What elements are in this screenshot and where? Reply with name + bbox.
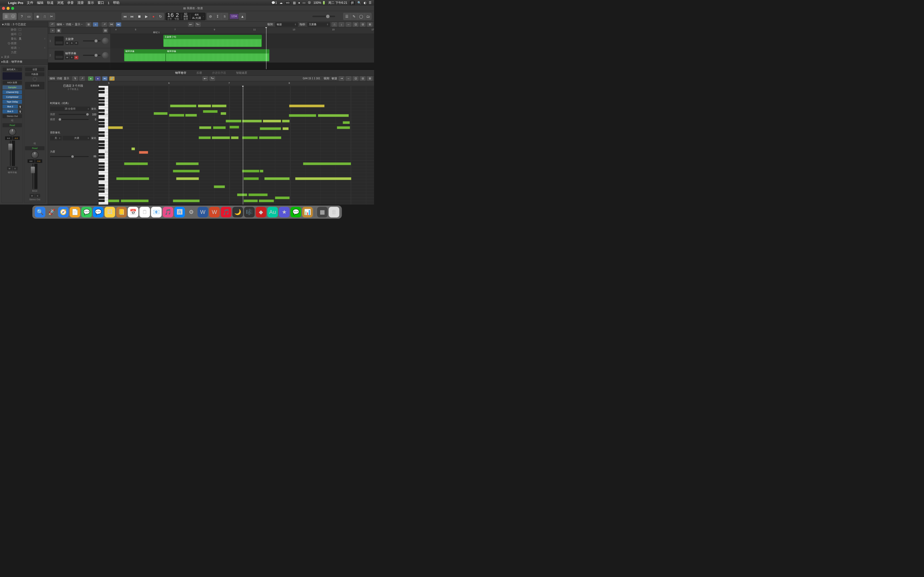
midi-note[interactable] bbox=[303, 162, 351, 165]
airplay-status-icon[interactable]: ▭ bbox=[302, 1, 305, 5]
setting-slot[interactable]: 设置 bbox=[25, 68, 44, 71]
quantize-value-dropdown[interactable]: 16 分音符⇕ bbox=[50, 106, 90, 111]
midi-note[interactable] bbox=[231, 136, 239, 139]
metronome-button[interactable]: ▲ bbox=[239, 13, 246, 20]
pr-snap-dropdown[interactable]: 敏捷 bbox=[331, 76, 337, 80]
lcd-key[interactable]: A♭大调 bbox=[192, 16, 201, 19]
midi-note[interactable] bbox=[295, 177, 351, 180]
cycle-button[interactable]: ↻ bbox=[157, 13, 164, 20]
region-transpose-row[interactable]: 移调:· ⇕ bbox=[0, 45, 48, 50]
black-key[interactable] bbox=[99, 200, 105, 202]
arrange-ruler[interactable]: 标记 1 457911131517192123 bbox=[110, 27, 374, 34]
midi-note[interactable] bbox=[203, 110, 218, 113]
scale-mode-dropdown[interactable]: 大调⇕ bbox=[63, 136, 90, 140]
gain-value[interactable]: -5.8 bbox=[35, 160, 42, 163]
midi-note[interactable] bbox=[289, 114, 316, 117]
midi-note[interactable] bbox=[242, 136, 258, 139]
menu-record[interactable]: 录音 bbox=[67, 0, 74, 5]
window-zoom-button[interactable] bbox=[11, 7, 14, 10]
quick-help-button[interactable]: ? bbox=[18, 13, 25, 20]
white-key[interactable] bbox=[99, 204, 108, 205]
wifi-status-icon[interactable]: ⦿ bbox=[308, 1, 311, 5]
instrument-slot[interactable]: Sampler bbox=[3, 85, 22, 89]
input-method[interactable]: 拼 bbox=[350, 1, 355, 5]
dock-app[interactable]: 🅰 bbox=[174, 207, 185, 218]
tab-step-sequencer[interactable]: 步进音序器 bbox=[207, 70, 231, 76]
pr-hzoom-out-icon[interactable]: ↔ bbox=[346, 76, 351, 81]
dock-app[interactable]: 📒 bbox=[116, 207, 127, 218]
library-button[interactable]: ☰ bbox=[3, 13, 10, 20]
midi-fx-slot[interactable]: MIDI 效果 bbox=[3, 81, 22, 85]
send-knob-2[interactable] bbox=[18, 110, 22, 113]
midi-note[interactable] bbox=[116, 177, 149, 180]
dock-app[interactable]: ◆ bbox=[256, 207, 267, 218]
black-key[interactable] bbox=[99, 122, 105, 124]
midi-region[interactable]: 钢琴伴奏 bbox=[166, 49, 270, 61]
black-key[interactable] bbox=[99, 147, 105, 149]
link-icon[interactable] bbox=[33, 77, 37, 81]
piano-roll-grid[interactable] bbox=[108, 86, 374, 205]
pr-midi-in-icon[interactable]: ● bbox=[88, 76, 94, 81]
menu-help[interactable]: 帮助 bbox=[113, 0, 120, 5]
wechat-status-icon[interactable]: 💬1 bbox=[271, 1, 277, 5]
add-track-button[interactable]: ＋ bbox=[50, 28, 55, 33]
audio-fx-slot-2[interactable]: Compressor bbox=[3, 95, 22, 99]
swing-slider[interactable] bbox=[59, 119, 89, 120]
vzoom-out-icon[interactable]: ↕ bbox=[339, 22, 344, 27]
midi-note[interactable] bbox=[173, 170, 200, 172]
dock-app[interactable]: 📊 bbox=[302, 207, 313, 218]
swing-value[interactable]: 0 bbox=[90, 118, 96, 121]
flex-icon[interactable]: ⋈ bbox=[109, 22, 114, 27]
midi-note[interactable] bbox=[337, 126, 350, 129]
lcd-display[interactable]: 16 2小节节拍 60保留速度 4/4A♭大调 › bbox=[166, 13, 205, 20]
smart-controls-button[interactable]: ◉ bbox=[34, 13, 41, 20]
track-mute-button[interactable]: M bbox=[65, 42, 69, 45]
midi-note[interactable] bbox=[275, 197, 290, 199]
midi-note[interactable] bbox=[176, 177, 199, 180]
arrange-playhead[interactable] bbox=[266, 27, 267, 69]
black-key[interactable] bbox=[99, 119, 105, 121]
window-minimize-button[interactable] bbox=[6, 7, 10, 10]
black-key[interactable] bbox=[99, 125, 105, 127]
midi-note[interactable] bbox=[259, 200, 274, 202]
midi-note[interactable] bbox=[244, 200, 258, 202]
gain-value[interactable]: -6.6 bbox=[13, 136, 20, 140]
replace-button[interactable]: ⊘ bbox=[207, 13, 214, 20]
audio-fx-slot-1[interactable]: Channel EQ bbox=[3, 90, 22, 94]
dock-app[interactable]: 💬 bbox=[81, 207, 92, 218]
browser-button[interactable]: 🗂 bbox=[364, 13, 372, 20]
menu-navigate[interactable]: 浏览 bbox=[57, 0, 64, 5]
track-lane[interactable]: 主旋律 (+5) bbox=[110, 34, 374, 48]
solo-button[interactable]: S bbox=[35, 194, 40, 197]
solo-button[interactable]: S bbox=[13, 167, 18, 170]
wd-status-icon[interactable]: WD bbox=[285, 2, 291, 4]
horizontal-view-icon[interactable]: ≡ bbox=[93, 22, 98, 27]
automation-icon[interactable]: ↗ bbox=[102, 22, 107, 27]
midi-note[interactable] bbox=[242, 120, 262, 122]
pr-hzoom-in-icon[interactable]: ⊡ bbox=[353, 76, 359, 81]
region-quantize-row[interactable]: 量化:关 ⇕ bbox=[0, 36, 48, 41]
setting-slot[interactable]: 施坦威大… bbox=[3, 68, 22, 71]
dock-app[interactable]: W bbox=[198, 207, 208, 218]
dock-app[interactable]: Au bbox=[267, 207, 278, 218]
drag-dropdown[interactable]: 无重叠 bbox=[307, 22, 330, 27]
mixer-button[interactable]: ⎍ bbox=[41, 13, 48, 20]
midi-note[interactable] bbox=[170, 105, 196, 107]
pr-vzoom-out-icon[interactable]: ⊟ bbox=[360, 76, 365, 81]
midi-note[interactable] bbox=[289, 105, 325, 107]
midi-note[interactable] bbox=[282, 120, 290, 122]
pr-view-menu[interactable]: 显示 bbox=[64, 76, 69, 80]
pr-flex-icon[interactable]: ↗ bbox=[79, 76, 85, 81]
lcd-tempo[interactable]: 60 bbox=[184, 12, 187, 15]
volume-fader[interactable] bbox=[32, 164, 33, 189]
snap-dropdown[interactable]: 敏捷 bbox=[275, 22, 298, 27]
black-key[interactable] bbox=[99, 175, 105, 177]
audio-fx-slot-3[interactable]: Tape Delay bbox=[3, 100, 22, 104]
lcd-chevron-icon[interactable]: › bbox=[203, 15, 204, 18]
dock-app[interactable]: ★ bbox=[279, 207, 290, 218]
track-header[interactable]: 1 主旋律 MSR bbox=[48, 34, 110, 48]
black-key[interactable] bbox=[99, 131, 105, 134]
midi-note[interactable] bbox=[124, 162, 148, 165]
track-pan-knob[interactable] bbox=[102, 52, 109, 59]
midi-note[interactable] bbox=[213, 126, 226, 129]
